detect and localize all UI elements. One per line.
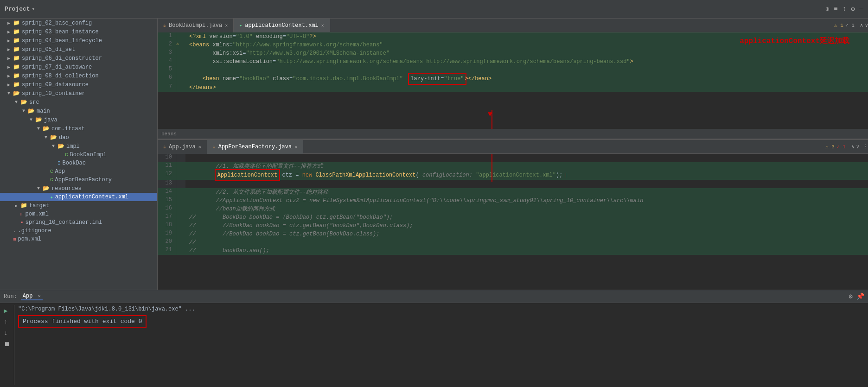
- sidebar-item-spring03[interactable]: ▶ 📁 spring_03_bean_instance: [0, 27, 157, 36]
- tab-label: BookDaoImpl.java: [169, 22, 222, 29]
- code-line-14: 14 //2. 从文件系统下加载配置文件--绝对路径: [158, 188, 868, 197]
- sidebar-item-spring10[interactable]: ▼ 📂 spring_10_container: [0, 89, 157, 98]
- folder-icon: 📁: [13, 55, 20, 62]
- sidebar-item-label: target: [29, 203, 49, 209]
- bottom-panel: Run: App ✕ ⚙ 📌 ▶ ↑ ↓ ⏹ "C:\Program Files…: [0, 290, 868, 387]
- sidebar-item-resources[interactable]: ▼ 📂 resources: [0, 184, 157, 193]
- expand-icon[interactable]: ∧: [860, 22, 863, 28]
- sidebar-item-spring04[interactable]: ▶ 📁 spring_04_bean_lifecycle: [0, 36, 157, 45]
- run-play-icon[interactable]: ▶: [4, 307, 10, 315]
- line-gutter: [176, 74, 185, 83]
- tab-close-App[interactable]: ✕: [198, 144, 201, 150]
- code-line-6: 6 <bean name="bookDao" class="com.itcast…: [158, 74, 868, 83]
- xml-icon: ✦: [239, 23, 242, 28]
- line-gutter: [176, 222, 185, 230]
- code-line-15: 15 //ApplicationContext ctz2 = new FileS…: [158, 197, 868, 205]
- sync-icon[interactable]: ⊕: [825, 5, 829, 13]
- sidebar-item-pom1[interactable]: ▶ m pom.xml: [0, 210, 157, 218]
- sidebar-item-spring05[interactable]: ▶ 📁 spring_05_di_set: [0, 45, 157, 54]
- tab-run-App[interactable]: App ✕: [21, 293, 43, 300]
- folder-open-icon: 📂: [28, 108, 35, 114]
- folder-icon: 📁: [13, 46, 20, 53]
- sidebar-item-label: BookDao: [63, 160, 86, 166]
- collapse-icon2[interactable]: ∨: [856, 144, 859, 150]
- sidebar-item-gitignore[interactable]: ▶ . .gitignore: [0, 227, 157, 235]
- editor-bottom: ☕ App.java ✕ ☕ AppForBeanFactory.java ✕ …: [158, 139, 868, 290]
- sidebar-item-spring06[interactable]: ▶ 📁 spring_06_di_constructor: [0, 54, 157, 63]
- run-up-icon[interactable]: ↑: [4, 318, 10, 326]
- tab-close-AppForBeanFactory[interactable]: ✕: [294, 144, 297, 150]
- collapse-icon[interactable]: ∨: [865, 22, 868, 28]
- settings-run-icon[interactable]: ⚙: [849, 292, 853, 300]
- sidebar-item-comitcast[interactable]: ▼ 📂 com.itcast: [0, 124, 157, 133]
- line-gutter: [176, 57, 185, 66]
- sidebar-item-pom2[interactable]: ▶ m pom.xml: [0, 235, 157, 243]
- line-content: <?xml version="1.0" encoding="UTF-8"?>: [185, 32, 868, 41]
- warning-badge2: ⚠ 3: [825, 144, 835, 150]
- tab-close-BookDaoImpl[interactable]: ✕: [225, 23, 228, 28]
- sidebar-item-label: .gitignore: [18, 228, 51, 234]
- xml-file-icon3: m: [13, 236, 16, 242]
- sidebar-item-AppForBeanFactory[interactable]: ▶ C AppForBeanFactory: [0, 176, 157, 184]
- java-editor[interactable]: 10 11 //1. 加载类路径下的配置文件--推荐方式 12: [158, 154, 868, 290]
- tab-App[interactable]: ☕ App.java ✕: [158, 140, 207, 154]
- run-left-icons: ▶ ↑ ↓ ⏹: [4, 305, 14, 385]
- line-number: 6: [158, 74, 176, 83]
- line-number: 15: [158, 197, 176, 205]
- tab-close-applicationContext[interactable]: ✕: [321, 23, 324, 28]
- interface-file-icon: I: [57, 160, 61, 166]
- tab-BookDaoImpl[interactable]: ☕ BookDaoImpl.java ✕: [158, 19, 234, 32]
- sidebar-item-label: spring_10_container.iml: [26, 219, 102, 226]
- run-down-icon[interactable]: ↓: [4, 330, 10, 337]
- sidebar-item-iml[interactable]: ▶ ▪ spring_10_container.iml: [0, 218, 157, 227]
- folder-icon: 📁: [13, 37, 20, 44]
- sidebar-item-BookDao[interactable]: ▶ I BookDao: [0, 159, 157, 167]
- sidebar-item-spring09[interactable]: ▶ 📁 spring_09_datasource: [0, 80, 157, 89]
- collapse-icon[interactable]: —: [860, 5, 863, 13]
- run-tab-close[interactable]: ✕: [38, 294, 41, 299]
- line-gutter: [176, 49, 185, 57]
- bottom-tab-bar: Run: App ✕ ⚙ 📌: [0, 290, 868, 303]
- sidebar-item-spring08[interactable]: ▶ 📁 spring_08_di_collection: [0, 71, 157, 80]
- settings-icon[interactable]: ⚙: [851, 5, 855, 13]
- sidebar-item-java[interactable]: ▼ 📂 java: [0, 115, 157, 124]
- code-line-2: 2 ⚠ <beans xmlns="http://www.springframe…: [158, 41, 868, 49]
- list-icon[interactable]: ≡: [834, 5, 837, 13]
- folder-icon: 📁: [13, 28, 20, 35]
- bottom-tab-bar: ☕ App.java ✕ ☕ AppForBeanFactory.java ✕ …: [158, 140, 868, 154]
- run-stop-icon[interactable]: ⏹: [4, 341, 10, 348]
- folder-icon: 📁: [13, 72, 20, 79]
- more-icon[interactable]: ⋮: [863, 144, 868, 150]
- folder-icon: 📁: [20, 202, 27, 209]
- xml-editor[interactable]: 1 <?xml version="1.0" encoding="UTF-8"?>…: [158, 32, 868, 129]
- sidebar-item-spring02[interactable]: ▶ 📁 spring_02_base_config: [0, 19, 157, 27]
- line-gutter: [176, 230, 185, 238]
- project-dropdown-icon[interactable]: ▾: [32, 6, 35, 12]
- sidebar-item-BookDaoImpl[interactable]: ▶ C BookDaoImpl: [0, 151, 157, 159]
- xml-file-icon: ✦: [50, 194, 53, 200]
- pin-icon[interactable]: 📌: [856, 292, 864, 300]
- line-number: 19: [158, 230, 176, 238]
- sidebar-item-applicationContext[interactable]: ▶ ✦ applicationContext.xml: [0, 193, 157, 201]
- sidebar-item-label: spring_09_datasource: [22, 82, 89, 88]
- tab-applicationContext[interactable]: ✦ applicationContext.xml ✕: [234, 19, 330, 32]
- expand-icon2[interactable]: ∧: [851, 144, 855, 150]
- code-line-13: 13: [158, 180, 868, 188]
- sidebar-item-impl[interactable]: ▼ 📂 impl: [0, 142, 157, 151]
- sort-icon[interactable]: ↕: [842, 5, 846, 13]
- sidebar-item-target[interactable]: ▶ 📁 target: [0, 201, 157, 210]
- sidebar-item-src[interactable]: ▼ 📂 src: [0, 98, 157, 107]
- tab-AppForBeanFactory[interactable]: ☕ AppForBeanFactory.java ✕: [207, 140, 304, 154]
- sidebar-item-dao[interactable]: ▼ 📂 dao: [0, 133, 157, 142]
- sidebar-item-App[interactable]: ▶ C App: [0, 167, 157, 176]
- sidebar-item-label: BookDaoImpl: [70, 152, 107, 158]
- line-number: 16: [158, 205, 176, 213]
- project-label: Project: [5, 6, 30, 13]
- line-content: //ApplicationContext ctz2 = new FileSyst…: [185, 197, 868, 205]
- sidebar-item-spring07[interactable]: ▶ 📁 spring_07_di_autoware: [0, 63, 157, 71]
- sidebar-item-main[interactable]: ▼ 📂 main: [0, 107, 157, 115]
- line-number: 3: [158, 49, 176, 57]
- line-gutter: [176, 83, 185, 92]
- code-line-1: 1 <?xml version="1.0" encoding="UTF-8"?>: [158, 32, 868, 41]
- line-number: 20: [158, 238, 176, 247]
